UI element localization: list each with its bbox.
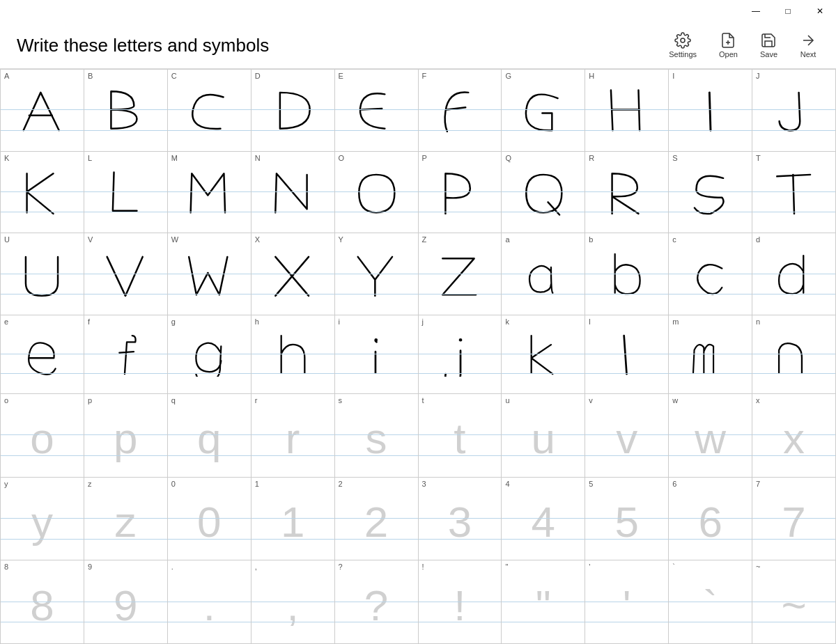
close-button[interactable]: ✕	[804, 0, 836, 22]
cell-n[interactable]: n	[752, 315, 836, 394]
cell-'[interactable]: ''	[585, 560, 669, 644]
cell-p[interactable]: pp	[84, 394, 168, 478]
cell-label: J	[756, 72, 760, 80]
cell-y[interactable]: yy	[1, 478, 84, 561]
cell-2[interactable]: 22	[335, 478, 419, 561]
cell-character	[752, 233, 835, 315]
cell-T[interactable]: T	[752, 152, 836, 234]
cell-5[interactable]: 55	[585, 478, 669, 561]
cell-character: 0	[168, 478, 251, 560]
cell-K[interactable]: K	[1, 152, 84, 234]
cell-a[interactable]: a	[502, 233, 585, 315]
cell-x[interactable]: xx	[752, 394, 836, 478]
cell-~[interactable]: ~~	[752, 560, 836, 644]
cell-label: V	[88, 235, 93, 244]
cell-character	[1, 152, 84, 233]
cell-g[interactable]: g	[168, 315, 251, 394]
cell-8[interactable]: 88	[1, 560, 84, 644]
cell-label: W	[171, 235, 178, 244]
cell-character	[335, 70, 418, 151]
cell-A[interactable]: A	[1, 70, 84, 152]
cell-h[interactable]: h	[251, 315, 335, 394]
cell-Z[interactable]: Z	[419, 233, 502, 315]
cell-,[interactable]: ,,	[251, 560, 335, 644]
cell-w[interactable]: ww	[669, 394, 752, 478]
cell-W[interactable]: W	[168, 233, 251, 315]
cell-character	[419, 233, 502, 315]
cell-u[interactable]: uu	[502, 394, 585, 478]
cell-o[interactable]: oo	[1, 394, 84, 478]
cell-r[interactable]: rr	[251, 394, 335, 478]
cell-`[interactable]: ``	[669, 560, 752, 644]
cell-.[interactable]: ..	[168, 560, 251, 644]
cell-1[interactable]: 11	[251, 478, 335, 561]
cell-label: O	[339, 154, 345, 162]
cell-B[interactable]: B	[84, 70, 168, 152]
cell-f[interactable]: f	[84, 315, 168, 394]
cell-character: 2	[335, 478, 418, 560]
cell-3[interactable]: 33	[419, 478, 502, 561]
cell-Q[interactable]: Q	[502, 152, 585, 234]
cell-6[interactable]: 66	[669, 478, 752, 561]
cell-Y[interactable]: Y	[335, 233, 419, 315]
settings-button[interactable]: Settings	[660, 28, 705, 63]
cell-"[interactable]: ""	[502, 560, 585, 644]
cell-character	[419, 152, 502, 233]
cell-I[interactable]: I	[669, 70, 752, 152]
cell-character: !	[419, 560, 502, 643]
next-button[interactable]: Next	[791, 28, 825, 63]
cell-character: q	[168, 394, 251, 477]
cell-character: 9	[84, 560, 167, 643]
cell-X[interactable]: X	[251, 233, 335, 315]
cell-D[interactable]: D	[251, 70, 335, 152]
cell-label: Q	[505, 154, 511, 162]
cell-C[interactable]: C	[168, 70, 251, 152]
cell-s[interactable]: ss	[335, 394, 419, 478]
save-button[interactable]: Save	[752, 28, 786, 63]
maximize-button[interactable]: □	[772, 0, 804, 22]
cell-t[interactable]: tt	[419, 394, 502, 478]
cell-label: f	[88, 317, 90, 326]
cell-N[interactable]: N	[251, 152, 335, 234]
cell-L[interactable]: L	[84, 152, 168, 234]
cell-?[interactable]: ??	[335, 560, 419, 644]
cell-q[interactable]: qq	[168, 394, 251, 478]
cell-U[interactable]: U	[1, 233, 84, 315]
cell-M[interactable]: M	[168, 152, 251, 234]
open-button[interactable]: Open	[711, 28, 746, 63]
cell-d[interactable]: d	[752, 233, 836, 315]
cell-i[interactable]: i	[335, 315, 419, 394]
cell-V[interactable]: V	[84, 233, 168, 315]
cell-9[interactable]: 99	[84, 560, 168, 644]
cell-![interactable]: !!	[419, 560, 502, 644]
cell-e[interactable]: e	[1, 315, 84, 394]
cell-J[interactable]: J	[752, 70, 836, 152]
cell-v[interactable]: vv	[585, 394, 669, 478]
title-bar: — □ ✕	[0, 0, 836, 22]
cell-0[interactable]: 00	[168, 478, 251, 561]
cell-m[interactable]: m	[669, 315, 752, 394]
cell-character	[502, 152, 585, 233]
cell-character: ,	[251, 560, 334, 643]
minimize-button[interactable]: —	[740, 0, 772, 22]
cell-7[interactable]: 77	[752, 478, 836, 561]
cell-c[interactable]: c	[669, 233, 752, 315]
cell-4[interactable]: 44	[502, 478, 585, 561]
cell-j[interactable]: j	[419, 315, 502, 394]
cell-O[interactable]: O	[335, 152, 419, 234]
cell-E[interactable]: E	[335, 70, 419, 152]
cell-G[interactable]: G	[502, 70, 585, 152]
cell-R[interactable]: R	[585, 152, 669, 234]
cell-S[interactable]: S	[669, 152, 752, 234]
cell-label: g	[171, 317, 176, 326]
cell-label: C	[171, 72, 177, 80]
cell-character	[669, 70, 752, 151]
cell-character	[502, 233, 585, 315]
cell-H[interactable]: H	[585, 70, 669, 152]
cell-z[interactable]: zz	[84, 478, 168, 561]
cell-P[interactable]: P	[419, 152, 502, 234]
cell-l[interactable]: l	[585, 315, 669, 394]
cell-k[interactable]: k	[502, 315, 585, 394]
cell-F[interactable]: F	[419, 70, 502, 152]
cell-b[interactable]: b	[585, 233, 669, 315]
